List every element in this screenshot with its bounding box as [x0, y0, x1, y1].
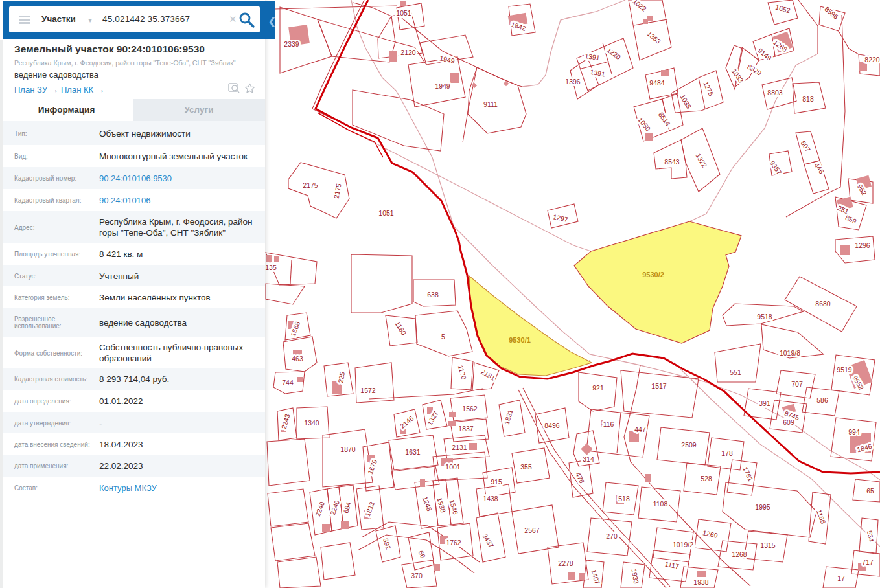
svg-text:1631: 1631 [405, 448, 421, 456]
svg-text:1837: 1837 [458, 425, 474, 433]
svg-text:1340: 1340 [304, 419, 319, 427]
svg-text:2131: 2131 [452, 444, 467, 451]
svg-text:1001: 1001 [445, 463, 461, 471]
svg-text:1396: 1396 [565, 78, 581, 85]
svg-text:1517: 1517 [651, 382, 667, 390]
svg-text:1938: 1938 [693, 578, 709, 586]
svg-text:717: 717 [862, 558, 874, 566]
svg-text:707: 707 [791, 380, 803, 388]
svg-text:518: 518 [618, 495, 630, 503]
svg-text:1019/2: 1019/2 [673, 541, 693, 548]
svg-text:355: 355 [520, 463, 532, 471]
svg-text:463: 463 [292, 355, 303, 363]
svg-text:1051: 1051 [396, 9, 411, 17]
svg-text:270: 270 [606, 532, 618, 540]
svg-text:8496: 8496 [544, 422, 560, 429]
svg-text:2175: 2175 [303, 181, 318, 189]
svg-text:2120: 2120 [400, 49, 416, 56]
svg-text:1562: 1562 [462, 405, 478, 413]
svg-text:994: 994 [848, 428, 860, 436]
svg-text:744: 744 [282, 379, 294, 387]
svg-text:2278: 2278 [558, 560, 573, 567]
svg-text:1268: 1268 [732, 550, 747, 558]
svg-text:1438: 1438 [483, 495, 498, 503]
svg-text:9519: 9519 [837, 366, 852, 374]
svg-text:9518: 9518 [757, 313, 772, 321]
svg-text:370: 370 [411, 572, 423, 580]
svg-text:314: 314 [583, 455, 594, 463]
svg-text:178: 178 [721, 449, 733, 457]
svg-text:9484: 9484 [649, 79, 665, 87]
svg-text:1296: 1296 [855, 242, 870, 249]
svg-text:2567: 2567 [524, 526, 540, 534]
svg-text:8803: 8803 [767, 89, 783, 96]
svg-text:8220: 8220 [864, 56, 880, 63]
svg-text:1995: 1995 [755, 503, 770, 511]
svg-text:1315: 1315 [760, 541, 776, 549]
svg-text:1762: 1762 [446, 539, 461, 547]
svg-text:638: 638 [427, 291, 439, 299]
svg-text:391: 391 [759, 400, 770, 407]
svg-text:1051: 1051 [378, 209, 394, 217]
svg-text:116: 116 [603, 420, 614, 428]
svg-text:1108: 1108 [653, 500, 668, 508]
svg-text:1019/8: 1019/8 [780, 349, 800, 357]
svg-text:2509: 2509 [681, 441, 697, 449]
svg-text:609: 609 [783, 418, 794, 426]
svg-text:65: 65 [866, 487, 874, 495]
svg-text:9111: 9111 [483, 100, 498, 108]
svg-text:921: 921 [592, 384, 604, 392]
svg-text:135: 135 [265, 264, 277, 271]
svg-text:551: 551 [730, 368, 741, 376]
svg-text:5: 5 [441, 333, 445, 341]
svg-text:2339: 2339 [284, 40, 299, 48]
svg-text:447: 447 [634, 425, 646, 433]
svg-text:915: 915 [491, 478, 502, 486]
svg-text:8543: 8543 [664, 158, 680, 166]
svg-text:1870: 1870 [340, 446, 356, 453]
svg-text:1949: 1949 [435, 82, 450, 90]
svg-text:818: 818 [802, 95, 814, 103]
svg-text:17: 17 [837, 574, 845, 582]
svg-text:586: 586 [816, 396, 828, 404]
svg-text:8680: 8680 [815, 300, 831, 308]
svg-text:9530/1: 9530/1 [509, 336, 531, 344]
svg-text:9530/2: 9530/2 [642, 271, 664, 278]
svg-text:528: 528 [701, 475, 712, 482]
svg-text:1572: 1572 [360, 387, 376, 394]
